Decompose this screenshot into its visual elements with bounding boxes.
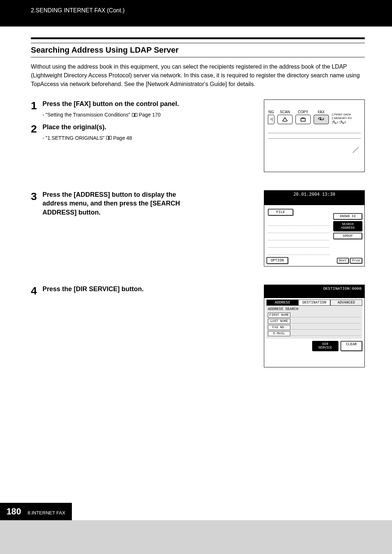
step2-note: - "1.SETTING ORIGINALS" Page 48 [42, 135, 201, 141]
destination-header: DESTINATION:0000 [264, 285, 364, 292]
indicator-lights: ▯ PRINT DATA ▯ MEMORY RX ▯📞1 ▯📞2 [332, 113, 352, 124]
page-header: 2.SENDING INTERNET FAX (Cont.) [0, 0, 392, 27]
search-label: ADDRESS SEARCH [268, 307, 361, 311]
step1-title: Press the [FAX] button on the control pa… [42, 99, 201, 108]
step4-title: Press the [DIR SERVICE] button. [42, 285, 201, 293]
stylus-icon [352, 146, 359, 154]
ng-button[interactable] [268, 115, 274, 124]
email-field[interactable] [292, 331, 361, 336]
step-4-block: 4 Press the [DIR SERVICE] button. DESTIN… [31, 285, 365, 367]
screen-subheader [264, 199, 364, 205]
address-menu-screen: 28.01.2004 13:38 FILE KNOWN ID SEARCH AD… [264, 190, 365, 266]
page-footer: 180 8.INTERNET FAX [0, 503, 72, 520]
scan-label: SCAN [277, 110, 293, 114]
svg-rect-0 [301, 118, 305, 121]
lcd-area [268, 133, 361, 139]
step1-note: - "Setting the Transmission Conditions" … [42, 112, 201, 118]
book-icon [106, 135, 112, 141]
dir-service-button[interactable]: DIR SERVICE [312, 341, 338, 351]
scan-button[interactable] [277, 115, 293, 124]
email-button[interactable]: E-MAIL [268, 331, 290, 336]
step-1-2-block: 1 Press the [FAX] button on the control … [31, 99, 365, 172]
fax-button[interactable] [314, 115, 329, 124]
tab-address[interactable]: ADDRESS [266, 300, 298, 306]
fax-no-button[interactable]: FAX NO. [268, 325, 290, 330]
address-search-screen: DESTINATION:0000 ADDRESS DESTINATION ADV… [264, 285, 365, 367]
svg-line-2 [353, 147, 359, 153]
breadcrumb: 2.SENDING INTERNET FAX (Cont.) [31, 7, 124, 13]
intro-paragraph: Without using the address book in this e… [31, 62, 365, 89]
option-button[interactable]: OPTION [266, 257, 288, 264]
screen-timestamp: 28.01.2004 13:38 [264, 191, 364, 199]
group-button[interactable]: GROUP [333, 233, 362, 239]
last-name-field[interactable] [292, 319, 361, 323]
last-name-button[interactable]: LAST NAME [268, 319, 290, 324]
divider-thick [31, 37, 365, 39]
search-address-button[interactable]: SEARCH ADDRESS [333, 221, 362, 231]
clear-button[interactable]: CLEAR [340, 341, 362, 351]
book-icon [132, 113, 138, 118]
fax-no-field[interactable] [292, 325, 361, 330]
tab-destination[interactable]: DESTINATION [298, 300, 330, 306]
step-3-block: 3 Press the [ADDRESS] button to display … [31, 190, 365, 266]
ng-label: NG [268, 110, 274, 114]
tabs-row: ADDRESS DESTINATION ADVANCED [266, 300, 362, 306]
step-number: 4 [31, 285, 42, 297]
page-content: 8 Searching Address Using LDAP Server Wi… [0, 27, 392, 520]
control-panel-figure: NG SCAN COPY [264, 99, 365, 172]
first-name-button[interactable]: FIRST NAME [268, 313, 290, 318]
tab-advanced[interactable]: ADVANCED [330, 300, 362, 306]
copy-button[interactable] [295, 115, 311, 124]
step-number: 1 [31, 99, 42, 121]
file-button[interactable]: FILE [268, 209, 293, 216]
next-button[interactable]: Next [337, 258, 349, 264]
step2-title: Place the original(s). [42, 123, 201, 131]
fax-label: FAX [314, 110, 329, 114]
prev-button[interactable]: Prev [350, 258, 362, 264]
known-id-button[interactable]: KNOWN ID [333, 213, 362, 220]
step-number: 2 [31, 123, 42, 144]
step-number: 3 [31, 190, 42, 220]
page-number: 180 [7, 506, 21, 517]
chapter-label: 8.INTERNET FAX [28, 510, 65, 516]
first-name-field[interactable] [292, 313, 361, 317]
section-title: Searching Address Using LDAP Server [31, 43, 365, 57]
step3-title: Press the [ADDRESS] button to display th… [42, 190, 201, 217]
svg-rect-1 [302, 118, 305, 118]
screen-subheader [264, 292, 364, 298]
copy-label: COPY [295, 110, 311, 114]
